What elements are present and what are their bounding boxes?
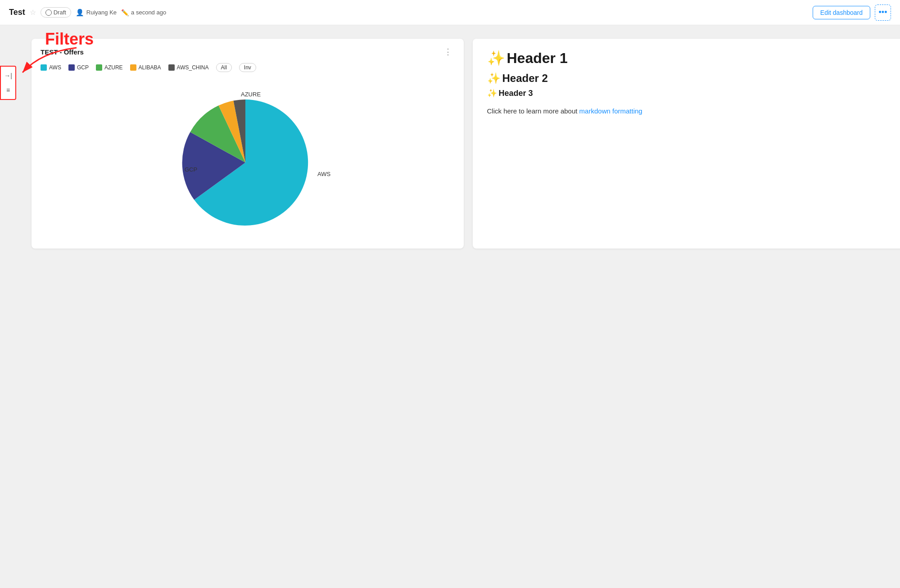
user-icon: 👤 bbox=[76, 9, 84, 17]
user-info: 👤 Ruiyang Ke bbox=[76, 9, 117, 17]
legend-label-azure: AZURE bbox=[104, 64, 123, 71]
sparkle-icon-2: ✨ bbox=[487, 72, 501, 84]
legend-label-alibaba: ALIBABA bbox=[139, 64, 161, 71]
user-name: Ruiyang Ke bbox=[86, 9, 117, 16]
top-bar: Test ☆ Draft 👤 Ruiyang Ke ✏️ a second ag… bbox=[0, 0, 900, 25]
pie-label-gcp: GCP bbox=[185, 166, 197, 173]
legend-label-awschina: AWS_CHINA bbox=[177, 64, 209, 71]
pie-chart-container: AWS GCP AZURE bbox=[41, 79, 455, 241]
legend-all-button[interactable]: All bbox=[216, 63, 232, 72]
legend-dot-gcp bbox=[68, 64, 75, 71]
page-title: Test bbox=[9, 8, 25, 17]
legend-label-gcp: GCP bbox=[77, 64, 89, 71]
markdown-link[interactable]: markdown formatting bbox=[579, 107, 642, 115]
body-text: Click here to learn more about bbox=[487, 107, 579, 115]
more-options-button[interactable]: ••• bbox=[875, 5, 891, 21]
sparkle-icon-1: ✨ bbox=[487, 50, 505, 66]
chart-panel-header: TEST - Offers ⋮ bbox=[41, 46, 455, 58]
legend-dot-azure bbox=[96, 64, 102, 71]
legend-dot-awschina bbox=[168, 64, 175, 71]
main-content: →| ≡ Filters TEST - Offers ⋮ bbox=[0, 25, 900, 588]
legend-item-alibaba: ALIBABA bbox=[130, 64, 161, 71]
pie-label-aws: AWS bbox=[317, 171, 330, 177]
markdown-body: Click here to learn more about markdown … bbox=[487, 107, 891, 115]
chart-panel: TEST - Offers ⋮ AWS GCP AZURE bbox=[32, 39, 464, 249]
sparkle-icon-3: ✨ bbox=[487, 89, 497, 98]
text-panel: ✨Header 1 ✨Header 2 ✨Header 3 Click here… bbox=[473, 39, 900, 249]
pencil-icon: ✏️ bbox=[121, 9, 129, 16]
legend-label-aws: AWS bbox=[49, 64, 61, 71]
time-info: ✏️ a second ago bbox=[121, 9, 166, 16]
edit-dashboard-button[interactable]: Edit dashboard bbox=[813, 6, 870, 19]
draft-circle-icon bbox=[45, 9, 52, 16]
expand-icon[interactable]: →| bbox=[2, 70, 14, 81]
draft-badge[interactable]: Draft bbox=[41, 7, 71, 18]
time-label: a second ago bbox=[131, 9, 166, 16]
legend-item-azure: AZURE bbox=[96, 64, 123, 71]
legend-item-gcp: GCP bbox=[68, 64, 89, 71]
pie-chart-svg: AWS GCP AZURE bbox=[158, 84, 338, 237]
dashboard-grid: TEST - Offers ⋮ AWS GCP AZURE bbox=[32, 39, 900, 249]
top-bar-right: Edit dashboard ••• bbox=[813, 5, 891, 21]
pie-label-azure: AZURE bbox=[241, 91, 261, 98]
chart-legend: AWS GCP AZURE ALIBABA AWS_CHINA bbox=[41, 63, 455, 72]
draft-label: Draft bbox=[54, 9, 66, 16]
text-panel-header1: ✨Header 1 bbox=[487, 50, 891, 67]
sidebar-toggle-panel: →| ≡ bbox=[0, 66, 16, 100]
chart-panel-title: TEST - Offers bbox=[41, 48, 84, 56]
legend-inv-button[interactable]: Inv bbox=[239, 63, 256, 72]
legend-item-awschina: AWS_CHINA bbox=[168, 64, 209, 71]
filter-icon[interactable]: ≡ bbox=[5, 85, 12, 95]
star-icon[interactable]: ☆ bbox=[30, 8, 36, 17]
text-panel-header3: ✨Header 3 bbox=[487, 88, 891, 98]
legend-dot-aws bbox=[41, 64, 47, 71]
legend-item-aws: AWS bbox=[41, 64, 61, 71]
legend-dot-alibaba bbox=[130, 64, 136, 71]
more-dots-icon: ••• bbox=[879, 8, 887, 17]
top-bar-left: Test ☆ Draft 👤 Ruiyang Ke ✏️ a second ag… bbox=[9, 7, 166, 18]
text-panel-header2: ✨Header 2 bbox=[487, 72, 891, 85]
panel-more-button[interactable]: ⋮ bbox=[441, 46, 455, 58]
